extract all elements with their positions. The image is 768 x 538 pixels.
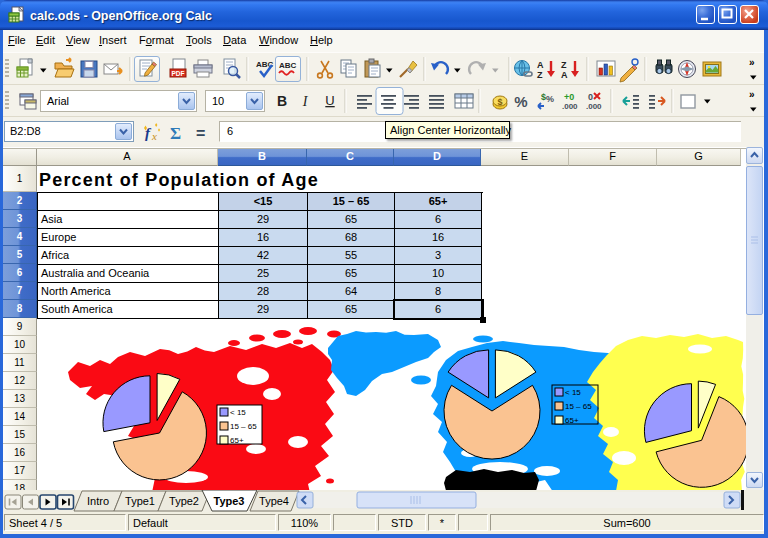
svg-text:65+: 65+: [230, 436, 244, 445]
svg-text:65+: 65+: [565, 416, 579, 425]
svg-text:Intro: Intro: [87, 495, 109, 507]
svg-text:.000: .000: [586, 102, 602, 111]
svg-text:ABC: ABC: [279, 61, 297, 70]
svg-text:+0: +0: [564, 92, 574, 102]
svg-text:15 – 65: 15 – 65: [565, 402, 592, 411]
svg-text:A: A: [561, 70, 568, 80]
svg-text:0: 0: [588, 92, 593, 102]
svg-text:< 15: < 15: [565, 388, 581, 397]
svg-text:I: I: [302, 94, 309, 109]
svg-text:Type2: Type2: [169, 495, 199, 507]
svg-text:Type3: Type3: [214, 495, 245, 507]
svg-text:Type1: Type1: [125, 495, 155, 507]
svg-text:B: B: [277, 93, 287, 109]
svg-text:f: f: [145, 125, 152, 141]
svg-text:»: »: [749, 89, 755, 100]
svg-text:.000: .000: [562, 102, 578, 111]
svg-text:Σ: Σ: [170, 124, 181, 143]
svg-text:Z: Z: [537, 70, 543, 80]
svg-text:PDF: PDF: [172, 70, 185, 77]
svg-text:=: =: [196, 125, 205, 142]
svg-text:x: x: [151, 130, 157, 142]
svg-text:15 – 65: 15 – 65: [230, 422, 257, 431]
svg-text:< 15: < 15: [230, 408, 246, 417]
svg-text:U: U: [325, 93, 334, 108]
svg-text:%: %: [514, 93, 527, 110]
svg-text:$: $: [497, 97, 502, 107]
svg-text:Z: Z: [561, 60, 567, 70]
svg-text:Type4: Type4: [259, 495, 289, 507]
svg-text:%: %: [546, 94, 554, 104]
svg-text:A: A: [537, 60, 544, 70]
svg-text:»: »: [749, 57, 755, 68]
